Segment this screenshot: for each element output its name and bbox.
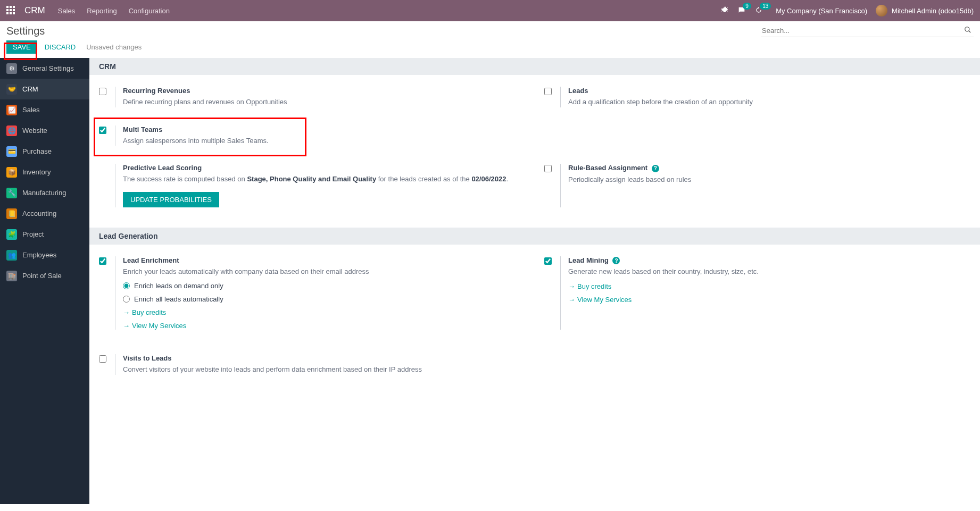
sidebar-item-label: Manufacturing xyxy=(22,189,66,197)
arrow-icon: → xyxy=(123,322,130,330)
update-probabilities-button[interactable]: UPDATE PROBABILITIES xyxy=(123,192,219,207)
enrich-all-radio[interactable] xyxy=(123,296,130,303)
nav-reporting[interactable]: Reporting xyxy=(87,7,117,15)
setting-leads: Leads Add a qualification step before th… xyxy=(535,82,980,112)
setting-desc: Add a qualification step before the crea… xyxy=(568,97,970,107)
sidebar-item-sales[interactable]: 📈Sales xyxy=(0,99,89,120)
radio-label: Enrich all leads automatically xyxy=(134,295,223,303)
setting-rule-based-assignment: Rule-Based Assignment ? Periodically ass… xyxy=(535,160,980,212)
setting-desc: Convert visitors of your website into le… xyxy=(123,364,525,375)
sidebar-item-manufacturing[interactable]: 🔧Manufacturing xyxy=(0,182,89,203)
settings-sidebar: ⚙General Settings 🤝CRM 📈Sales 🌐Website 💳… xyxy=(0,58,89,504)
store-icon: 🏬 xyxy=(6,271,17,281)
user-name: Mitchell Admin (odoo15db) xyxy=(892,7,974,15)
search-bar[interactable] xyxy=(761,24,974,37)
buy-credits-link[interactable]: Buy credits xyxy=(132,308,166,316)
radio-label: Enrich leads on demand only xyxy=(134,282,223,290)
book-icon: 📒 xyxy=(6,208,17,219)
svg-point-0 xyxy=(965,27,969,31)
lead-mining-checkbox[interactable] xyxy=(544,257,552,265)
recurring-revenues-checkbox[interactable] xyxy=(99,88,106,95)
view-my-services-link[interactable]: View My Services xyxy=(132,322,186,330)
arrow-icon: → xyxy=(568,282,575,290)
globe-icon: 🌐 xyxy=(6,125,17,136)
box-icon: 📦 xyxy=(6,167,17,178)
sidebar-item-label: Project xyxy=(22,230,44,238)
sidebar-item-purchase[interactable]: 💳Purchase xyxy=(0,141,89,162)
debug-icon[interactable] xyxy=(720,6,729,16)
setting-desc: The success rate is computed based on St… xyxy=(123,174,525,185)
sidebar-item-label: Employees xyxy=(22,251,56,259)
control-panel: Settings SAVE DISCARD Unsaved changes xyxy=(0,21,980,58)
sidebar-item-label: Inventory xyxy=(22,168,51,176)
people-icon: 👥 xyxy=(6,250,17,261)
sidebar-item-label: Sales xyxy=(22,106,40,114)
sidebar-item-website[interactable]: 🌐Website xyxy=(0,120,89,141)
sidebar-item-project[interactable]: 🧩Project xyxy=(0,224,89,245)
setting-title: Visits to Leads xyxy=(123,354,525,362)
avatar xyxy=(876,5,887,16)
setting-visits-to-leads: Visits to Leads Convert visitors of your… xyxy=(89,350,535,379)
help-icon[interactable]: ? xyxy=(652,165,659,172)
setting-multi-teams: Multi Teams Assign salespersons into mul… xyxy=(89,121,535,150)
sidebar-item-general-settings[interactable]: ⚙General Settings xyxy=(0,58,89,79)
nav-sales[interactable]: Sales xyxy=(58,7,76,15)
sidebar-item-accounting[interactable]: 📒Accounting xyxy=(0,203,89,224)
setting-title: Multi Teams xyxy=(123,125,525,133)
settings-content: CRM Recurring Revenues Define recurring … xyxy=(89,58,980,504)
setting-lead-mining: Lead Mining ? Generate new leads based o… xyxy=(535,252,980,334)
setting-desc: Assign salespersons into multiple Sales … xyxy=(123,136,525,146)
save-button[interactable]: SAVE xyxy=(6,40,37,54)
sidebar-item-crm[interactable]: 🤝CRM xyxy=(0,79,89,99)
setting-title: Recurring Revenues xyxy=(123,87,525,95)
sidebar-item-label: Accounting xyxy=(22,210,56,217)
sidebar-item-label: Purchase xyxy=(22,147,52,155)
sidebar-item-label: General Settings xyxy=(22,64,74,72)
activities-badge: 13 xyxy=(760,3,771,10)
nav-configuration[interactable]: Configuration xyxy=(129,7,170,15)
help-icon[interactable]: ? xyxy=(612,257,620,264)
setting-title: Rule-Based Assignment ? xyxy=(568,164,970,172)
sidebar-item-label: CRM xyxy=(22,85,38,93)
setting-title: Lead Enrichment xyxy=(123,256,525,264)
chart-icon: 📈 xyxy=(6,105,17,115)
setting-desc: Periodically assign leads based on rules xyxy=(568,174,970,185)
multi-teams-checkbox[interactable] xyxy=(99,127,106,134)
svg-line-1 xyxy=(969,31,971,33)
apps-menu-icon[interactable] xyxy=(6,6,16,15)
discard-button[interactable]: DISCARD xyxy=(43,40,78,54)
card-icon: 💳 xyxy=(6,146,17,157)
section-header-leadgen: Lead Generation xyxy=(89,228,980,245)
arrow-icon: → xyxy=(568,296,575,304)
visits-to-leads-checkbox[interactable] xyxy=(99,355,106,363)
gear-icon: ⚙ xyxy=(6,63,17,74)
sidebar-item-label: Point of Sale xyxy=(22,272,62,280)
setting-recurring-revenues: Recurring Revenues Define recurring plan… xyxy=(89,82,535,112)
leads-checkbox[interactable] xyxy=(544,88,552,95)
sidebar-item-inventory[interactable]: 📦Inventory xyxy=(0,162,89,182)
sidebar-item-pos[interactable]: 🏬Point of Sale xyxy=(0,265,89,286)
messages-icon[interactable]: 9 xyxy=(737,6,746,16)
setting-title: Lead Mining ? xyxy=(568,256,970,265)
activities-icon[interactable]: 13 xyxy=(754,6,763,16)
buy-credits-link[interactable]: Buy credits xyxy=(577,282,611,290)
view-my-services-link[interactable]: View My Services xyxy=(577,296,632,304)
messages-badge: 9 xyxy=(743,3,751,10)
setting-desc: Define recurring plans and revenues on O… xyxy=(123,97,525,107)
unsaved-indicator: Unsaved changes xyxy=(86,43,142,51)
search-icon[interactable] xyxy=(962,25,974,36)
app-brand[interactable]: CRM xyxy=(24,5,45,16)
setting-title: Predictive Lead Scoring xyxy=(123,164,525,172)
sidebar-item-label: Website xyxy=(22,127,47,135)
enrich-on-demand-radio[interactable] xyxy=(123,282,130,289)
sidebar-item-employees[interactable]: 👥Employees xyxy=(0,245,89,265)
user-menu[interactable]: Mitchell Admin (odoo15db) xyxy=(876,5,974,16)
handshake-icon: 🤝 xyxy=(6,84,17,95)
wrench-icon: 🔧 xyxy=(6,188,17,198)
search-input[interactable] xyxy=(761,24,962,37)
setting-lead-enrichment: Lead Enrichment Enrich your leads automa… xyxy=(89,252,535,334)
lead-enrichment-checkbox[interactable] xyxy=(99,257,106,265)
rule-based-assignment-checkbox[interactable] xyxy=(544,165,552,172)
company-switcher[interactable]: My Company (San Francisco) xyxy=(776,7,867,15)
setting-desc: Generate new leads based on their countr… xyxy=(568,266,970,277)
